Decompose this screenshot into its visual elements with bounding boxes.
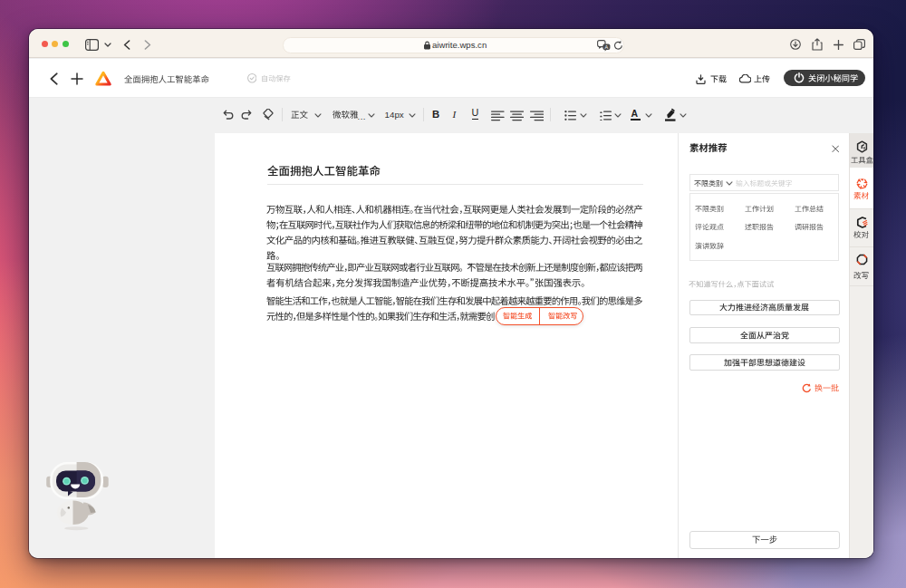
- svg-text:A: A: [604, 43, 608, 49]
